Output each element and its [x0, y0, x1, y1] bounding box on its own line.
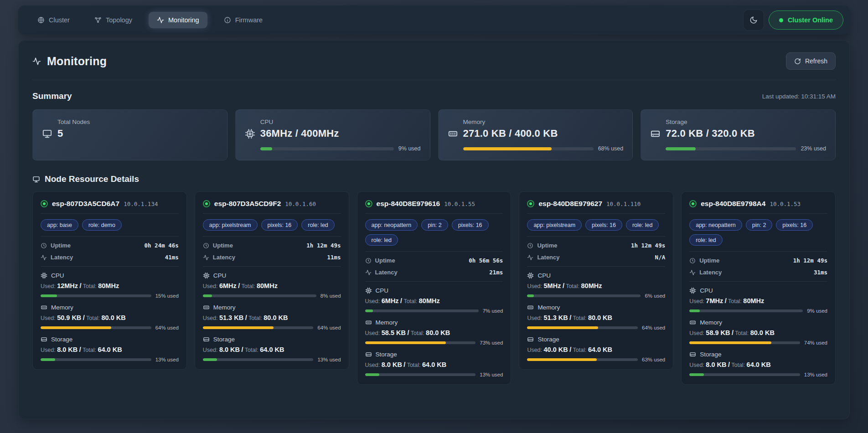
node-name: esp-840D8E979627: [538, 200, 602, 208]
memory-block: Memory Used: 51.3 KB / Total: 80.0 KB 64…: [203, 304, 341, 330]
memory-block: Memory Used: 51.3 KB / Total: 80.0 KB 64…: [527, 304, 665, 330]
node-tag: pin: 2: [421, 219, 448, 231]
cpu-label: CPU: [700, 287, 713, 294]
memory-block: Memory Used: 58.5 KB / Total: 80.0 KB 73…: [365, 319, 503, 345]
cpu-percent-label: 9% used: [398, 145, 421, 152]
node-name: esp-807D3A5CD9F2: [214, 200, 281, 208]
status-badge-label: Cluster Online: [788, 16, 833, 24]
theme-toggle-button[interactable]: [743, 10, 764, 31]
node-card[interactable]: esp-840D8E9798A4 10.0.1.53 app: neopatte…: [681, 191, 836, 385]
storage-meter: 13% used: [41, 357, 179, 362]
cpu-icon: [689, 287, 696, 294]
cpu-icon: [527, 272, 534, 279]
memory-meter: 64% used: [41, 325, 179, 330]
latency-value: N/A: [655, 254, 666, 261]
node-tags: app: baserole: demo: [41, 219, 179, 231]
uptime-row: Uptime 1h 12m 49s: [689, 257, 827, 264]
memory-meter: 64% used: [203, 325, 341, 330]
tab-firmware[interactable]: Firmware: [216, 12, 271, 28]
card-label: CPU: [260, 119, 421, 125]
storage-meter: 13% used: [689, 372, 827, 377]
refresh-icon: [794, 58, 801, 65]
node-ip: 10.0.1.53: [770, 201, 801, 207]
latency-label: Latency: [213, 254, 235, 261]
tab-cluster[interactable]: Cluster: [29, 12, 78, 28]
divider: [365, 281, 503, 282]
cpu-meter: 6% used: [527, 293, 665, 299]
node-tag: pin: 2: [746, 219, 773, 231]
divider: [41, 236, 179, 237]
latency-label: Latency: [699, 269, 722, 276]
storage-value: 72.0 KB / 320.0 KB: [666, 128, 755, 139]
node-header: esp-840D8E9798A4 10.0.1.53: [689, 200, 827, 208]
activity-icon: [203, 254, 209, 261]
divider: [41, 266, 179, 267]
memory-icon: [527, 304, 534, 311]
node-card[interactable]: esp-807D3A5CD9F2 10.0.1.60 app: pixelstr…: [195, 191, 349, 370]
uptime-row: Uptime 0h 56m 56s: [365, 257, 503, 264]
memory-meter: 74% used: [689, 340, 827, 345]
summary-card-cpu: CPU 36MHz / 400MHz 9% used: [235, 109, 430, 160]
node-online-dot-icon: [365, 200, 372, 207]
last-updated-text: Last updated: 10:31:15 AM: [762, 93, 836, 100]
summary-card-storage: Storage 72.0 KB / 320.0 KB 23% used: [641, 109, 836, 160]
memory-label: Memory: [700, 319, 722, 326]
cpu-meter: 8% used: [203, 293, 341, 299]
storage-percent-label: 13% used: [804, 372, 827, 377]
node-card[interactable]: esp-840D8E979616 10.0.1.55 app: neopatte…: [357, 191, 512, 385]
latency-label: Latency: [51, 254, 73, 261]
tab-monitoring[interactable]: Monitoring: [149, 12, 207, 28]
storage-used-line: Used: 8.0 KB / Total: 64.0 KB: [365, 361, 503, 368]
summary-header: Summary Last updated: 10:31:15 AM: [32, 91, 836, 101]
node-online-dot-icon: [41, 200, 48, 207]
clock-icon: [527, 242, 533, 249]
activity-icon: [157, 16, 164, 24]
cpu-percent-label: 9% used: [807, 308, 827, 314]
storage-percent-label: 13% used: [155, 357, 179, 362]
storage-label: Storage: [376, 351, 397, 358]
memory-block: Memory Used: 50.9 KB / Total: 80.0 KB 64…: [41, 304, 179, 330]
cpu-meter: 15% used: [41, 293, 179, 299]
activity-icon: [32, 57, 41, 66]
summary-card-memory: Memory 271.0 KB / 400.0 KB 68% used: [438, 109, 633, 160]
latency-value: 21ms: [489, 269, 503, 276]
summary-heading: Summary: [32, 91, 72, 101]
tab-topology[interactable]: Topology: [86, 12, 140, 28]
cpu-block: CPU Used: 12MHz / Total: 80MHz 15% used: [41, 272, 179, 299]
uptime-label: Uptime: [699, 257, 719, 264]
node-card[interactable]: esp-840D8E979627 10.0.1.110 app: pixelst…: [519, 191, 673, 370]
node-name: esp-807D3A5CD6A7: [52, 200, 119, 208]
memory-icon: [203, 304, 210, 311]
memory-percent-label: 64% used: [642, 325, 665, 330]
node-name: esp-840D8E9798A4: [701, 200, 765, 208]
memory-used-line: Used: 51.3 KB / Total: 80.0 KB: [527, 314, 665, 321]
storage-percent-label: 63% used: [642, 357, 665, 362]
node-tags: app: pixelstreampixels: 16role: led: [203, 219, 341, 231]
storage-percent-label: 23% used: [801, 145, 826, 152]
globe-icon: [37, 16, 45, 24]
node-ip: 10.0.1.134: [124, 201, 158, 207]
cpu-used-line: Used: 6MHz / Total: 80MHz: [203, 282, 341, 289]
node-tag: pixels: 16: [261, 219, 298, 231]
node-card[interactable]: esp-807D3A5CD6A7 10.0.1.134 app: baserol…: [32, 191, 187, 370]
divider: [41, 213, 179, 214]
card-label: Storage: [666, 119, 826, 125]
card-label: Memory: [463, 119, 624, 125]
monitor-icon: [32, 175, 40, 183]
refresh-button[interactable]: Refresh: [786, 52, 836, 70]
uptime-value: 1h 12m 49s: [306, 242, 341, 249]
monitor-icon: [42, 129, 52, 139]
memory-used-line: Used: 58.5 KB / Total: 80.0 KB: [365, 329, 503, 336]
info-icon: [224, 16, 231, 24]
page-title: Monitoring: [47, 55, 107, 68]
storage-meter: 13% used: [203, 357, 341, 362]
memory-percent-label: 74% used: [804, 340, 827, 345]
cluster-status-badge[interactable]: Cluster Online: [769, 10, 843, 30]
memory-icon: [448, 129, 458, 139]
cpu-used-line: Used: 5MHz / Total: 80MHz: [527, 282, 665, 289]
storage-block: Storage Used: 8.0 KB / Total: 64.0 KB 13…: [365, 351, 503, 377]
memory-meter: 68% used: [463, 145, 624, 152]
node-tag: pixels: 16: [585, 219, 622, 231]
node-tag: app: neopattern: [689, 219, 742, 231]
tab-label: Monitoring: [168, 16, 199, 24]
